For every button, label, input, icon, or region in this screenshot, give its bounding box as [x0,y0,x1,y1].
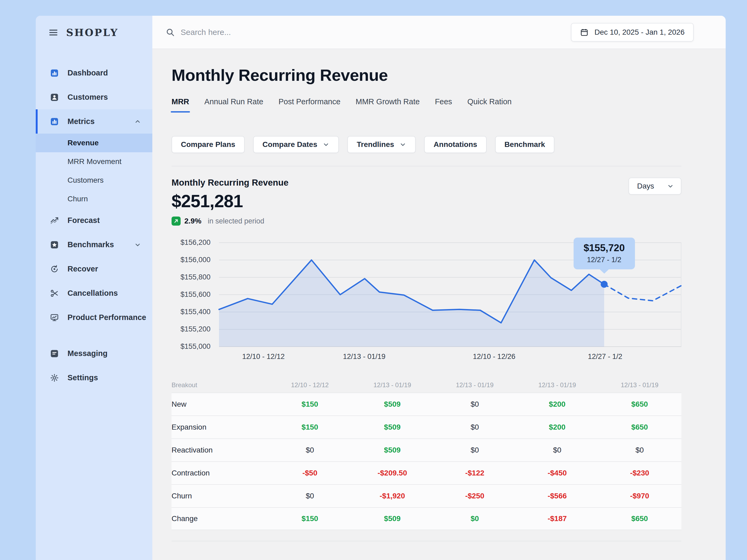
sidebar-subitem-churn[interactable]: Churn [36,190,152,208]
chat-icon [50,349,59,358]
toolbar-button-label: Trendlines [357,140,394,149]
tab-quick-ration[interactable]: Quick Ration [467,97,512,112]
y-axis: $156,200$156,000$155,800$155,600$155,400… [172,235,219,360]
brand-logo: SHOPLY [66,27,119,38]
table-cell: -$1,920 [351,492,434,500]
chevron-down-icon [323,141,330,148]
y-tick-label: $155,000 [180,342,210,351]
y-tick-label: $155,800 [180,273,210,281]
toolbar-button-compare-plans[interactable]: Compare Plans [172,136,244,153]
toolbar-button-annotations[interactable]: Annotations [424,136,486,153]
sidebar-item-messaging[interactable]: Messaging [36,341,152,366]
search-placeholder: Search here... [181,28,231,37]
tooltip-range: 12/27 - 1/2 [583,256,625,264]
table-cell: $0 [516,446,598,454]
sidebar-header: SHOPLY [36,16,152,49]
sidebar-item-label: Dashboard [68,69,108,77]
sidebar-subitem-revenue[interactable]: Revenue [36,134,152,152]
x-tick-label: 12/10 - 12/26 [473,352,515,361]
toolbar-button-trendlines[interactable]: Trendlines [347,136,416,153]
app-window: SHOPLY DashboardCustomersMetricsRevenueM… [36,16,726,560]
toolbar-button-compare-dates[interactable]: Compare Dates [253,136,339,153]
table-row: New$150$509$0$200$650 [172,393,681,416]
toolbar-button-benchmark[interactable]: Benchmark [495,136,555,153]
chart-toolbar: Compare PlansCompare DatesTrendlinesAnno… [172,136,681,153]
x-tick-label: 12/10 - 12/12 [242,352,285,361]
table-cell: $650 [598,423,681,431]
sidebar-item-dashboard[interactable]: Dashboard [36,61,152,85]
chart-highlight-dot [601,281,608,288]
scissors-icon [50,289,59,298]
divider [172,166,681,166]
column-header: 12/13 - 01/19 [434,381,516,389]
sidebar-item-benchmarks[interactable]: Benchmarks [36,233,152,257]
sidebar-item-label: Forecast [68,216,100,225]
table-row: Contraction-$50-$209.50-$122-$450-$230 [172,461,681,484]
tab-annual-run-rate[interactable]: Annual Run Rate [204,97,263,112]
page-title: Monthly Recurring Revenue [172,65,681,84]
sidebar-item-cancellations[interactable]: Cancellations [36,281,152,305]
table-cell: -$566 [516,492,598,500]
table-cell: -$250 [434,492,516,500]
sidebar-subitem-customers[interactable]: Customers [36,171,152,190]
table-cell: $150 [269,423,351,431]
sidebar-item-recover[interactable]: Recover [36,257,152,281]
topbar: Search here... Dec 10, 2025 - Jan 1, 202… [152,16,726,49]
divider [172,541,681,541]
row-label: Change [172,514,269,523]
menu-icon[interactable] [49,29,58,36]
gear-icon [50,373,59,382]
bar-chart-icon [50,69,59,78]
search-icon [166,28,175,37]
table-row: Churn$0-$1,920-$250-$566-$970 [172,484,681,507]
row-label: New [172,400,269,408]
sidebar-item-label: Settings [68,373,98,382]
search-input[interactable]: Search here... [166,28,231,37]
sidebar-item-settings[interactable]: Settings [36,366,152,390]
y-tick-label: $156,000 [180,256,210,264]
trend-icon [50,216,59,225]
tab-mrr[interactable]: MRR [172,97,189,112]
table-cell: $0 [434,400,516,408]
sidebar-item-forecast[interactable]: Forecast [36,208,152,233]
metric-value: $251,281 [172,191,288,211]
sidebar-subitem-mrr-movement[interactable]: MRR Movement [36,152,152,171]
y-tick-label: $155,200 [180,325,210,334]
calendar-icon [580,28,589,36]
date-range-button[interactable]: Dec 10, 2025 - Jan 1, 2026 [571,23,694,42]
y-tick-label: $156,200 [180,238,210,247]
x-tick-label: 12/13 - 01/19 [343,352,386,361]
plot-area[interactable]: $155,720 12/27 - 1/2 12/10 - 12/1212/13 … [219,235,681,360]
chevron-down-icon [667,183,674,190]
table-cell: $0 [434,446,516,454]
sidebar-item-metrics[interactable]: Metrics [36,109,152,134]
table-row: Change$150$509$0-$187$650 [172,507,681,530]
column-header: 12/13 - 01/19 [351,381,434,389]
interval-label: Days [637,182,654,190]
table-header-row: Breakout12/10 - 12/1212/13 - 01/1912/13 … [172,378,681,393]
row-label: Expansion [172,423,269,431]
tab-post-performance[interactable]: Post Performance [279,97,340,112]
metrics-icon [50,117,59,126]
sidebar-nav: DashboardCustomersMetricsRevenueMRR Move… [36,49,152,390]
sidebar-item-label: Messaging [68,349,107,358]
table-cell: $509 [351,446,434,454]
monitor-icon [50,313,59,322]
main-area: Search here... Dec 10, 2025 - Jan 1, 202… [152,16,726,560]
column-header: 12/10 - 12/12 [269,381,351,389]
table-cell: $200 [516,400,598,408]
toolbar-button-label: Compare Dates [262,140,317,149]
sidebar-subitem-label: Revenue [68,139,99,147]
table-cell: $0 [269,492,351,500]
table-cell: $509 [351,514,434,523]
interval-select[interactable]: Days [628,178,681,195]
sidebar-item-product-performance[interactable]: Product Performance [36,305,152,329]
column-header: 12/13 - 01/19 [598,381,681,389]
tab-fees[interactable]: Fees [435,97,452,112]
tab-mmr-growth-rate[interactable]: MMR Growth Rate [356,97,420,112]
sidebar-subitem-label: Customers [68,176,104,185]
table-body: New$150$509$0$200$650Expansion$150$509$0… [172,393,681,530]
sidebar-item-customers[interactable]: Customers [36,85,152,109]
recover-icon [50,265,59,274]
table-cell: -$230 [598,469,681,477]
